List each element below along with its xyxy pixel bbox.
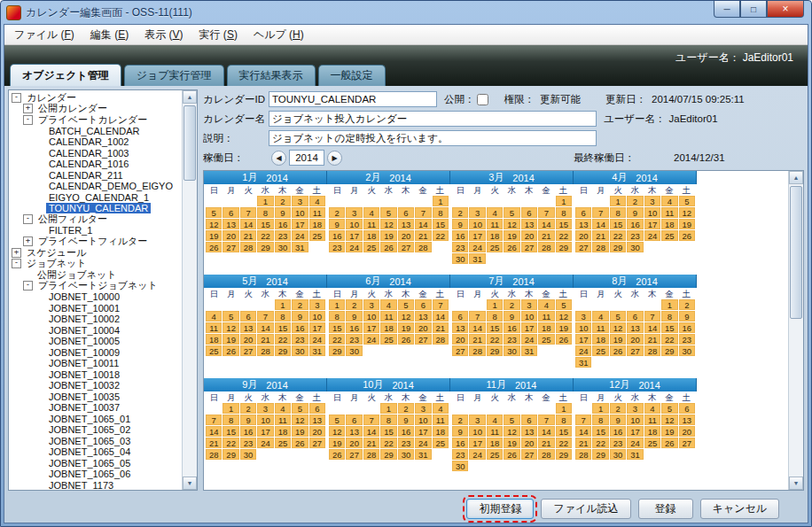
day-cell-8月-16[interactable]: 16 bbox=[679, 322, 695, 333]
day-cell-1月-11[interactable]: 11 bbox=[309, 207, 325, 218]
day-cell-5月-23[interactable]: 23 bbox=[292, 334, 308, 345]
day-cell-7月-23[interactable]: 23 bbox=[504, 334, 519, 345]
day-cell-10月-22[interactable]: 22 bbox=[380, 438, 396, 448]
day-cell-4月-24[interactable]: 24 bbox=[644, 230, 660, 241]
day-cell-11月-1[interactable]: 1 bbox=[556, 403, 572, 414]
day-cell-2月-11[interactable]: 11 bbox=[363, 219, 379, 229]
day-cell-12月-26[interactable]: 26 bbox=[661, 438, 677, 448]
day-cell-9月-10[interactable]: 10 bbox=[257, 415, 273, 425]
tree-item-JOBNET_1065_04[interactable]: JOBNET_1065_04 bbox=[9, 446, 182, 458]
day-cell-5月-3[interactable]: 3 bbox=[309, 299, 325, 310]
scroll-down-icon[interactable]: ▼ bbox=[789, 477, 803, 490]
day-cell-4月-5[interactable]: 5 bbox=[679, 196, 695, 206]
day-cell-7月-3[interactable]: 3 bbox=[521, 299, 537, 310]
day-cell-12月-25[interactable]: 25 bbox=[644, 438, 660, 448]
collapse-minus-icon[interactable]: - bbox=[23, 214, 33, 224]
day-cell-7月-31[interactable]: 31 bbox=[521, 345, 537, 356]
tree-item-JOBNET_10035[interactable]: JOBNET_10035 bbox=[9, 391, 182, 403]
day-cell-10月-23[interactable]: 23 bbox=[398, 438, 414, 448]
day-cell-12月-7[interactable]: 7 bbox=[575, 415, 591, 425]
day-cell-4月-15[interactable]: 15 bbox=[610, 219, 626, 229]
tree-item-JOBNET_1065_02[interactable]: JOBNET_1065_02 bbox=[9, 424, 182, 436]
prev-year-button[interactable]: ◀ bbox=[271, 151, 286, 166]
day-cell-11月-4[interactable]: 4 bbox=[487, 415, 503, 425]
day-cell-8月-4[interactable]: 4 bbox=[592, 311, 608, 322]
day-cell-12月-29[interactable]: 29 bbox=[592, 449, 608, 460]
day-cell-4月-9[interactable]: 9 bbox=[627, 207, 643, 218]
day-cell-7月-6[interactable]: 6 bbox=[452, 311, 468, 322]
day-cell-8月-20[interactable]: 20 bbox=[627, 334, 643, 345]
day-cell-7月-16[interactable]: 16 bbox=[504, 322, 519, 333]
day-cell-6月-26[interactable]: 26 bbox=[398, 334, 414, 345]
tree-item-JOBNET_10000[interactable]: JOBNET_10000 bbox=[9, 291, 182, 303]
collapse-minus-icon[interactable]: - bbox=[23, 281, 33, 291]
title-bar[interactable]: カレンダー編集画面 - OSS-11(111) ─ □ × bbox=[1, 1, 811, 24]
day-cell-8月-24[interactable]: 24 bbox=[575, 345, 591, 356]
tree-item-JOBNET_1065_06[interactable]: JOBNET_1065_06 bbox=[9, 469, 182, 480]
day-cell-3月-31[interactable]: 31 bbox=[469, 253, 485, 264]
day-cell-1月-22[interactable]: 22 bbox=[257, 230, 273, 241]
day-cell-10月-13[interactable]: 13 bbox=[346, 426, 362, 437]
day-cell-8月-22[interactable]: 22 bbox=[661, 334, 677, 345]
day-cell-8月-18[interactable]: 18 bbox=[592, 334, 608, 345]
day-cell-10月-25[interactable]: 25 bbox=[433, 438, 449, 448]
day-cell-4月-27[interactable]: 27 bbox=[575, 242, 591, 252]
day-cell-12月-18[interactable]: 18 bbox=[644, 426, 660, 437]
day-cell-12月-21[interactable]: 21 bbox=[575, 438, 591, 448]
day-cell-5月-27[interactable]: 27 bbox=[240, 345, 256, 356]
day-cell-7月-15[interactable]: 15 bbox=[487, 322, 503, 333]
day-cell-12月-28[interactable]: 28 bbox=[575, 449, 591, 460]
day-cell-8月-29[interactable]: 29 bbox=[661, 345, 677, 356]
day-cell-3月-25[interactable]: 25 bbox=[487, 242, 503, 252]
day-cell-3月-18[interactable]: 18 bbox=[487, 230, 503, 241]
day-cell-1月-24[interactable]: 24 bbox=[292, 230, 308, 241]
day-cell-9月-18[interactable]: 18 bbox=[275, 426, 291, 437]
day-cell-4月-21[interactable]: 21 bbox=[592, 230, 608, 241]
maximize-button[interactable]: □ bbox=[740, 1, 767, 18]
tree-item-JOBNET_1065_03[interactable]: JOBNET_1065_03 bbox=[9, 436, 182, 447]
day-cell-10月-30[interactable]: 30 bbox=[398, 449, 414, 460]
day-cell-4月-25[interactable]: 25 bbox=[661, 230, 677, 241]
day-cell-9月-6[interactable]: 6 bbox=[309, 403, 325, 414]
day-cell-4月-19[interactable]: 19 bbox=[679, 219, 695, 229]
day-cell-3月-23[interactable]: 23 bbox=[452, 242, 468, 252]
day-cell-11月-26[interactable]: 26 bbox=[504, 449, 519, 460]
day-cell-10月-3[interactable]: 3 bbox=[415, 403, 431, 414]
tab-general-settings[interactable]: 一般設定 bbox=[318, 65, 386, 86]
day-cell-5月-16[interactable]: 16 bbox=[292, 322, 308, 333]
day-cell-9月-24[interactable]: 24 bbox=[257, 438, 273, 448]
initial-register-button[interactable]: 初期登録 bbox=[466, 499, 534, 519]
day-cell-8月-23[interactable]: 23 bbox=[679, 334, 695, 345]
day-cell-8月-7[interactable]: 7 bbox=[644, 311, 660, 322]
day-cell-5月-5[interactable]: 5 bbox=[223, 311, 238, 322]
day-cell-2月-6[interactable]: 6 bbox=[398, 207, 414, 218]
day-cell-12月-27[interactable]: 27 bbox=[679, 438, 695, 448]
day-cell-5月-11[interactable]: 11 bbox=[206, 322, 222, 333]
day-cell-4月-18[interactable]: 18 bbox=[661, 219, 677, 229]
day-cell-5月-29[interactable]: 29 bbox=[275, 345, 291, 356]
day-cell-2月-2[interactable]: 2 bbox=[329, 207, 345, 218]
tree-item-CALENDAR_211[interactable]: CALENDAR_211 bbox=[9, 170, 182, 182]
day-cell-3月-12[interactable]: 12 bbox=[504, 219, 519, 229]
day-cell-7月-21[interactable]: 21 bbox=[469, 334, 485, 345]
day-cell-8月-15[interactable]: 15 bbox=[661, 322, 677, 333]
calendar-id-input[interactable] bbox=[269, 91, 437, 107]
day-cell-12月-12[interactable]: 12 bbox=[661, 415, 677, 425]
day-cell-8月-8[interactable]: 8 bbox=[661, 311, 677, 322]
tree-scrollbar[interactable]: ▲ ▼ bbox=[182, 90, 197, 490]
day-cell-9月-17[interactable]: 17 bbox=[257, 426, 273, 437]
day-cell-3月-29[interactable]: 29 bbox=[556, 242, 572, 252]
day-cell-10月-18[interactable]: 18 bbox=[433, 426, 449, 437]
day-cell-11月-9[interactable]: 9 bbox=[452, 426, 468, 437]
scroll-down-icon[interactable]: ▼ bbox=[183, 477, 197, 490]
day-cell-11月-3[interactable]: 3 bbox=[469, 415, 485, 425]
day-cell-3月-14[interactable]: 14 bbox=[538, 219, 554, 229]
day-cell-7月-24[interactable]: 24 bbox=[521, 334, 537, 345]
day-cell-10月-2[interactable]: 2 bbox=[398, 403, 414, 414]
tree-item-CALENDAR_1016[interactable]: CALENDAR_1016 bbox=[9, 159, 182, 170]
day-cell-4月-13[interactable]: 13 bbox=[575, 219, 591, 229]
day-cell-7月-8[interactable]: 8 bbox=[487, 311, 503, 322]
day-cell-3月-10[interactable]: 10 bbox=[469, 219, 485, 229]
day-cell-10月-29[interactable]: 29 bbox=[380, 449, 396, 460]
day-cell-8月-1[interactable]: 1 bbox=[661, 299, 677, 310]
